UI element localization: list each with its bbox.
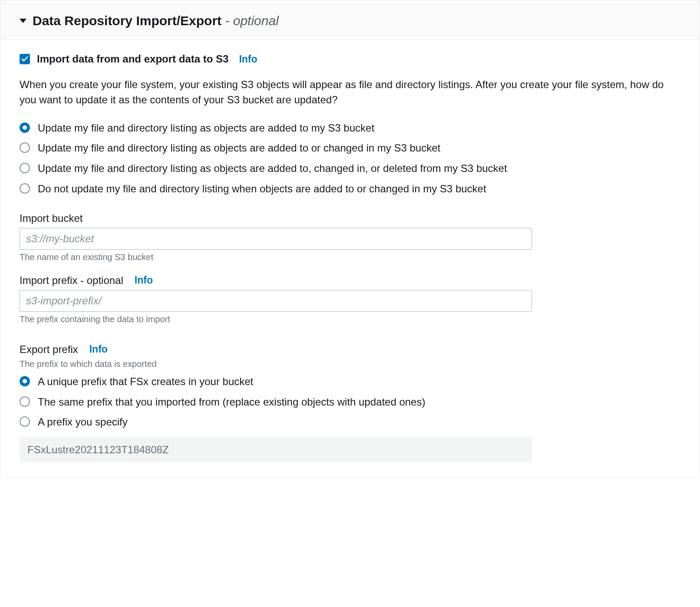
caret-down-icon xyxy=(20,19,26,23)
update-option-label-2: Update my file and directory listing as … xyxy=(38,161,507,176)
export-option-row: A prefix you specify xyxy=(20,415,680,430)
import-export-info-link[interactable]: Info xyxy=(239,53,257,65)
export-option-label-1: The same prefix that you imported from (… xyxy=(38,395,425,410)
update-option-radio-3[interactable] xyxy=(20,183,30,194)
update-policy-radio-group: Update my file and directory listing as … xyxy=(20,121,680,197)
export-prefix-helper: The prefix to which data is exported xyxy=(20,359,680,369)
update-option-label-1: Update my file and directory listing as … xyxy=(38,141,440,156)
update-option-radio-2[interactable] xyxy=(20,163,30,173)
update-option-row: Update my file and directory listing as … xyxy=(20,161,680,176)
update-option-row: Do not update my file and directory list… xyxy=(20,181,680,197)
export-prefix-radio-group: A unique prefix that FSx creates in your… xyxy=(20,374,680,430)
panel-title-optional: - optional xyxy=(225,13,278,28)
check-icon xyxy=(21,56,28,63)
update-option-row: Update my file and directory listing as … xyxy=(20,141,680,156)
import-prefix-info-link[interactable]: Info xyxy=(135,274,153,286)
export-option-radio-2[interactable] xyxy=(20,416,30,427)
import-prefix-helper: The prefix containing the data to import xyxy=(20,314,680,324)
data-repository-panel: Data Repository Import/Export - optional… xyxy=(0,0,700,478)
import-bucket-label: Import bucket xyxy=(20,212,83,224)
export-option-radio-0[interactable] xyxy=(20,376,30,386)
export-option-label-0: A unique prefix that FSx creates in your… xyxy=(38,374,253,389)
update-option-label-3: Do not update my file and directory list… xyxy=(38,181,486,197)
import-export-checkbox-row: Import data from and export data to S3 I… xyxy=(20,53,680,65)
export-prefix-section: Export prefix Info The prefix to which d… xyxy=(20,343,680,462)
export-option-radio-1[interactable] xyxy=(20,396,30,407)
update-option-radio-0[interactable] xyxy=(20,122,30,133)
import-export-checkbox[interactable] xyxy=(20,54,30,64)
panel-header[interactable]: Data Repository Import/Export - optional xyxy=(0,0,700,40)
export-prefix-info-link[interactable]: Info xyxy=(89,343,108,355)
import-prefix-group: Import prefix - optional Info The prefix… xyxy=(20,274,680,324)
panel-title-text: Data Repository Import/Export xyxy=(33,13,221,28)
panel-body: Import data from and export data to S3 I… xyxy=(0,40,700,478)
export-option-label-2: A prefix you specify xyxy=(38,415,128,430)
import-export-checkbox-label: Import data from and export data to S3 xyxy=(37,53,228,65)
update-option-radio-1[interactable] xyxy=(20,142,30,153)
update-option-row: Update my file and directory listing as … xyxy=(20,121,680,136)
import-bucket-label-row: Import bucket xyxy=(20,212,680,224)
import-bucket-group: Import bucket The name of an existing S3… xyxy=(20,212,680,262)
import-prefix-label-row: Import prefix - optional Info xyxy=(20,274,680,287)
update-description: When you create your file system, your e… xyxy=(20,77,667,108)
import-bucket-input[interactable] xyxy=(20,228,532,250)
export-prefix-label-row: Export prefix Info xyxy=(20,343,680,356)
export-option-row: The same prefix that you imported from (… xyxy=(20,395,680,410)
export-option-row: A unique prefix that FSx creates in your… xyxy=(20,374,680,389)
panel-title: Data Repository Import/Export - optional xyxy=(33,13,279,28)
import-bucket-helper: The name of an existing S3 bucket xyxy=(20,252,680,262)
export-prefix-label: Export prefix xyxy=(20,343,78,356)
import-prefix-input[interactable] xyxy=(20,290,532,312)
export-prefix-value: FSxLustre20211123T184808Z xyxy=(20,438,532,462)
update-option-label-0: Update my file and directory listing as … xyxy=(38,121,374,136)
import-prefix-label: Import prefix - optional xyxy=(20,274,123,287)
